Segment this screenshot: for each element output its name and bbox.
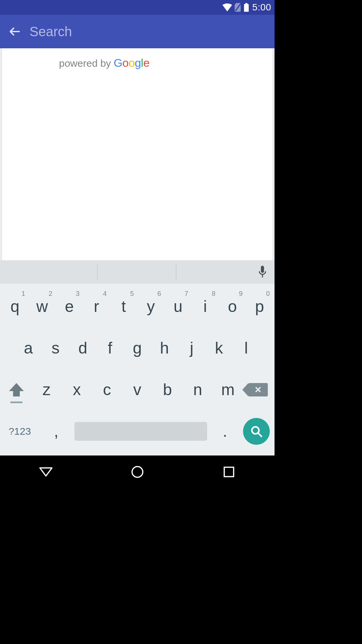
- status-bar: 5:00: [0, 0, 275, 15]
- battery-icon: [244, 3, 249, 12]
- triangle-down-icon: [39, 466, 53, 478]
- key-w[interactable]: 2w: [28, 288, 56, 325]
- app-bar: [0, 15, 275, 48]
- nav-recents-button[interactable]: [219, 462, 239, 482]
- key-n[interactable]: n: [183, 372, 213, 408]
- key-m[interactable]: m: [213, 372, 243, 408]
- mic-icon: [258, 266, 267, 278]
- back-button[interactable]: [5, 22, 24, 41]
- key-o[interactable]: 9o: [219, 288, 246, 325]
- search-input[interactable]: [24, 24, 269, 39]
- status-clock: 5:00: [252, 2, 272, 13]
- key-row-1: 1q2w3e4r5t6y7u8i9o0p: [1, 288, 273, 325]
- content-area: powered by Google: [0, 48, 275, 260]
- svg-rect-3: [261, 266, 264, 273]
- wifi-icon: [222, 3, 232, 11]
- nav-back-button[interactable]: [36, 462, 56, 482]
- key-g[interactable]: g: [124, 330, 151, 366]
- key-row-4: ?123 , .: [1, 413, 273, 449]
- key-t[interactable]: 5t: [110, 288, 137, 325]
- key-b[interactable]: b: [153, 372, 183, 408]
- navigation-bar: [0, 455, 275, 488]
- key-d[interactable]: d: [69, 330, 96, 366]
- space-key[interactable]: [74, 422, 207, 441]
- key-v[interactable]: v: [122, 372, 152, 408]
- suggestion-divider: [97, 264, 98, 280]
- period-key[interactable]: .: [212, 413, 238, 449]
- svg-rect-8: [224, 467, 234, 477]
- key-row-2: asdfghjkl: [1, 330, 273, 366]
- square-icon: [223, 466, 235, 478]
- svg-line-6: [258, 433, 262, 437]
- arrow-left-icon: [8, 25, 21, 38]
- voice-input-button[interactable]: [258, 266, 267, 278]
- comma-key[interactable]: ,: [43, 413, 70, 449]
- key-s[interactable]: s: [42, 330, 69, 366]
- key-l[interactable]: l: [233, 330, 260, 366]
- shift-icon: [9, 383, 24, 396]
- key-c[interactable]: c: [92, 372, 122, 408]
- search-action-key[interactable]: [243, 418, 270, 445]
- powered-by-google: powered by Google: [2, 56, 273, 69]
- key-rows: 1q2w3e4r5t6y7u8i9o0p asdfghjkl zxcvbnm ✕…: [0, 284, 275, 455]
- symbols-key[interactable]: ?123: [1, 413, 38, 449]
- key-z[interactable]: z: [32, 372, 62, 408]
- backspace-icon: ✕: [248, 383, 268, 396]
- backspace-key[interactable]: ✕: [243, 372, 273, 408]
- key-u[interactable]: 7u: [165, 288, 192, 325]
- key-i[interactable]: 8i: [192, 288, 219, 325]
- search-icon: [250, 425, 262, 437]
- key-j[interactable]: j: [178, 330, 205, 366]
- key-k[interactable]: k: [205, 330, 233, 366]
- key-p[interactable]: 0p: [246, 288, 273, 325]
- suggestion-bar: [0, 260, 275, 284]
- suggestion-divider: [176, 264, 176, 280]
- svg-rect-2: [245, 3, 247, 4]
- key-e[interactable]: 3e: [56, 288, 83, 325]
- key-a[interactable]: a: [15, 330, 42, 366]
- soft-keyboard: 1q2w3e4r5t6y7u8i9o0p asdfghjkl zxcvbnm ✕…: [0, 260, 275, 455]
- key-x[interactable]: x: [62, 372, 92, 408]
- powered-by-text: powered by: [59, 58, 111, 69]
- key-q[interactable]: 1q: [1, 288, 28, 325]
- svg-point-7: [132, 467, 143, 477]
- key-r[interactable]: 4r: [83, 288, 110, 325]
- nav-home-button[interactable]: [127, 462, 147, 482]
- no-sim-icon: [234, 3, 242, 12]
- results-card: powered by Google: [2, 48, 273, 260]
- key-row-3: zxcvbnm ✕: [1, 372, 273, 408]
- circle-icon: [131, 465, 144, 479]
- google-logo: Google: [114, 56, 149, 69]
- key-y[interactable]: 6y: [137, 288, 164, 325]
- key-h[interactable]: h: [151, 330, 178, 366]
- svg-rect-1: [244, 4, 249, 12]
- shift-key[interactable]: [1, 372, 32, 408]
- key-f[interactable]: f: [97, 330, 124, 366]
